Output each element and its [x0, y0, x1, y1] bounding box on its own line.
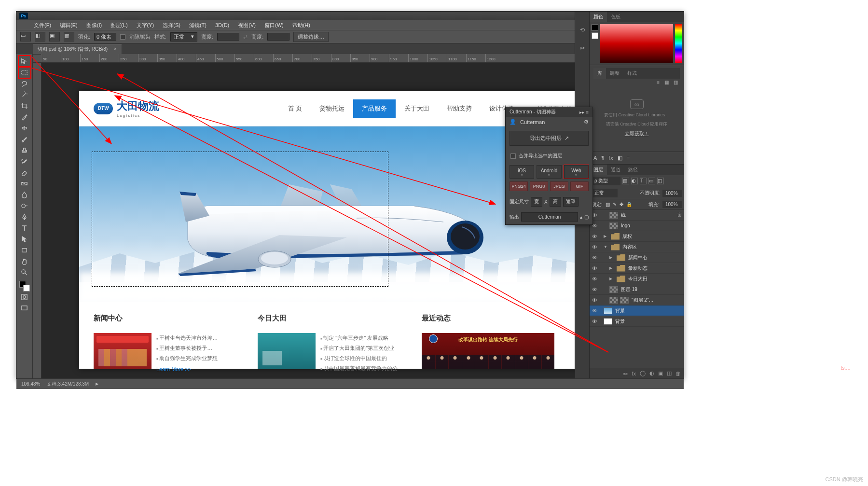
cutterman-header[interactable]: Cutterman - 切图神器 ▸▸ ≡ — [506, 107, 592, 117]
crop-panel-icon[interactable]: ✂ — [578, 44, 587, 52]
disclosure-arrow[interactable]: ▶ — [604, 234, 608, 238]
char-fx[interactable]: fx — [608, 155, 614, 161]
output-folder-icon[interactable]: ▢ — [584, 214, 589, 220]
filter-smart-icon[interactable]: ◫ — [657, 178, 664, 184]
format-gif[interactable]: GIF — [570, 181, 589, 191]
list-item[interactable]: 王树生当选天津市外埠… — [156, 333, 243, 343]
selection-mode-add[interactable]: ▣ — [49, 32, 60, 42]
fill-value[interactable]: 100% — [662, 201, 682, 208]
mask-icon[interactable]: ◯ — [640, 370, 646, 376]
disclosure-arrow[interactable]: ▶ — [609, 266, 614, 270]
format-png24[interactable]: PNG24 — [510, 181, 528, 191]
zoom-level[interactable]: 106.48% — [21, 381, 40, 387]
width-input[interactable] — [217, 33, 239, 41]
layer-row[interactable]: 👁背景 — [590, 305, 684, 316]
screenmode-tool[interactable] — [19, 303, 30, 313]
layer-row[interactable]: 👁▶最新动态 — [590, 263, 684, 274]
lock-trans-icon[interactable]: ▧ — [606, 202, 610, 207]
lasso-tool[interactable] — [19, 78, 30, 89]
adj-layer-icon[interactable]: ◐ — [649, 370, 654, 376]
list-item[interactable]: 开启了大田集团的"第三次创业 — [320, 343, 407, 353]
format-jpeg[interactable]: JPEG — [550, 181, 568, 191]
crop-tool[interactable] — [19, 100, 30, 111]
visibility-icon[interactable]: 👁 — [592, 244, 598, 250]
nav-item[interactable]: 首 页 — [279, 99, 311, 118]
current-tool-icon[interactable]: ▭ — [20, 32, 31, 42]
menu-select[interactable]: 选择(S) — [159, 21, 184, 30]
ruler-origin[interactable] — [33, 54, 41, 63]
tab-swatches[interactable]: 色板 — [607, 12, 624, 22]
height-box[interactable]: 高 — [550, 197, 561, 207]
menu-3d[interactable]: 3D(D) — [211, 21, 233, 29]
hand-tool[interactable] — [19, 256, 30, 266]
export-layer-button[interactable]: 导出选中图层↗ — [510, 131, 589, 146]
disclosure-arrow[interactable]: ▶ — [609, 255, 614, 260]
layer-row[interactable]: 👁logo — [590, 221, 684, 231]
style-dropdown[interactable]: 正常▾ — [170, 32, 197, 42]
healing-tool[interactable] — [19, 123, 30, 133]
lock-paint-icon[interactable]: ✎ — [613, 202, 617, 207]
menu-view[interactable]: 视图(V) — [234, 21, 260, 30]
tab-libraries[interactable]: 库 — [593, 68, 606, 79]
layer-row[interactable]: 👁"图层 2"… — [590, 295, 684, 305]
marquee-tool[interactable] — [19, 67, 30, 78]
layer-row[interactable]: 👁图层 19 — [590, 284, 684, 295]
zoom-tool[interactable] — [19, 267, 30, 278]
filter-adj-icon[interactable]: ◐ — [631, 178, 638, 184]
char-mask[interactable]: ◧ — [618, 155, 623, 161]
nav-item[interactable]: 帮助支持 — [438, 99, 481, 118]
list-item[interactable]: 制定 "六年三步走" 发展战略 — [320, 333, 407, 343]
menu-file[interactable]: 文件(F) — [30, 21, 55, 30]
menu-help[interactable]: 帮助(H) — [289, 21, 314, 30]
lib-get-link[interactable]: 立即获取！ — [625, 130, 649, 137]
nav-item[interactable]: 关于大田 — [396, 99, 438, 118]
refine-edge-button[interactable]: 调整边缘… — [293, 32, 329, 42]
filter-text-icon[interactable]: T — [640, 178, 647, 184]
path-select-tool[interactable] — [19, 234, 30, 244]
menu-type[interactable]: 文字(Y) — [133, 21, 158, 30]
visibility-icon[interactable]: 👁 — [592, 265, 598, 271]
layer-row[interactable]: 👁▼内容区 — [590, 242, 684, 252]
list-item[interactable]: 助自强学生完成学业梦想 — [156, 353, 243, 363]
lock-all-icon[interactable]: 🔒 — [626, 202, 632, 207]
document-tab-close[interactable]: × — [114, 46, 117, 52]
tab-color[interactable]: 颜色 — [590, 12, 607, 22]
lock-pos-icon[interactable]: ✥ — [620, 202, 623, 207]
layer-row[interactable]: 👁▶今日大田 — [590, 274, 684, 284]
shape-tool[interactable] — [19, 245, 30, 255]
disclosure-arrow[interactable]: ▼ — [604, 245, 608, 249]
menu-layer[interactable]: 图层(L) — [107, 21, 131, 30]
trash-icon[interactable]: 🗑 — [675, 371, 681, 376]
filter-shape-icon[interactable]: ▭ — [648, 178, 655, 184]
width-box[interactable]: 宽 — [531, 197, 542, 207]
visibility-icon[interactable]: 👁 — [592, 287, 598, 292]
visibility-icon[interactable]: 👁 — [592, 234, 598, 239]
cutterman-panel[interactable]: Cutterman - 切图神器 ▸▸ ≡ 👤 Cutterman ⚙ 导出选中… — [505, 107, 593, 225]
new-layer-icon[interactable]: ◫ — [667, 370, 672, 376]
visibility-icon[interactable]: 👁 — [592, 297, 598, 303]
pen-tool[interactable] — [19, 211, 30, 222]
history-brush-tool[interactable] — [19, 156, 30, 167]
nav-item[interactable]: 产品服务 — [353, 99, 396, 118]
link-layers-icon[interactable]: ⫘ — [622, 371, 628, 376]
char-para[interactable]: ¶ — [601, 155, 605, 161]
visibility-icon[interactable]: 👁 — [592, 255, 598, 261]
gear-icon[interactable]: ⚙ — [584, 119, 589, 125]
tab-styles[interactable]: 样式 — [623, 68, 641, 79]
visibility-icon[interactable]: 👁 — [592, 308, 598, 314]
list-item[interactable]: 以中国最完善和最有竞争力的公 — [320, 363, 407, 374]
selection-mode-new[interactable]: ◧ — [35, 32, 45, 42]
brush-tool[interactable] — [19, 134, 30, 144]
mask-button[interactable]: 遮罩 — [563, 197, 579, 207]
output-dropdown-arrow[interactable]: ▴ — [580, 214, 582, 220]
blend-mode[interactable]: 正常 — [592, 189, 618, 197]
move-tool[interactable] — [19, 56, 30, 67]
panel-expand-icon[interactable]: ▸▸ ≡ — [579, 110, 589, 115]
layers-list[interactable]: 👁线亩👁logo👁▶版权👁▼内容区👁▶新闻中心👁▶最新动态👁▶今日大田👁图层 1… — [590, 210, 684, 368]
blur-tool[interactable] — [19, 189, 30, 200]
layer-row[interactable]: 👁线亩 — [590, 210, 684, 221]
list-item[interactable]: 王树生董事长被授予… — [156, 343, 243, 353]
layer-row[interactable]: 👁▶新闻中心 — [590, 252, 684, 263]
tab-adjustments[interactable]: 调整 — [606, 68, 623, 79]
text-tool[interactable] — [19, 222, 30, 233]
